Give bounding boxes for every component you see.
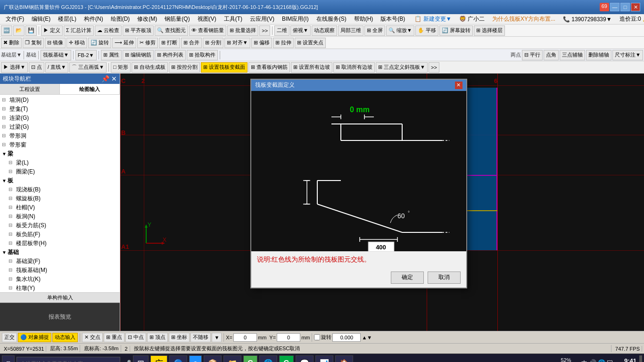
tree-item-3[interactable]: ⊟过梁(G) — [1, 123, 119, 132]
tb-pan[interactable]: ✋ 平移 — [415, 25, 438, 36]
sidebar-footer[interactable]: 单构件输入 — [0, 292, 120, 303]
tb-setpoint[interactable]: ⊞ 设置夹点 — [295, 38, 326, 48]
snap-midpoint[interactable]: ⊞ 重点 — [104, 333, 124, 342]
tb-new[interactable]: 🆕 — [1, 25, 12, 36]
snap-center[interactable]: ⊡ 中点 — [125, 333, 146, 342]
tb-view-slab-rebar[interactable]: ⊞ 查看板内钢筋 — [248, 62, 290, 73]
canvas-area[interactable]: C 2 B A A1 5 6 Y X — [120, 74, 644, 331]
tree-item-18[interactable]: ⊟基础梁(F) — [1, 257, 119, 266]
tb-more[interactable]: >> — [259, 25, 270, 36]
tb-del-aux[interactable]: 删除辅轴 — [586, 50, 611, 60]
menu-version[interactable]: 版本号(B) — [377, 14, 409, 24]
rotate-input[interactable] — [332, 333, 361, 342]
tb-split-ctrl[interactable]: ⊞ 按控分割 — [169, 62, 200, 73]
tb-select[interactable]: ▶ 选择▼ — [1, 62, 28, 73]
menu-online[interactable]: 在线服务(S) — [313, 14, 350, 24]
modal-close-button[interactable]: ✕ — [455, 82, 462, 89]
menu-bim[interactable]: BIM应用(I) — [278, 14, 313, 24]
tb-top-view[interactable]: 俯视▼ — [290, 25, 311, 36]
minimize-button[interactable]: — — [610, 3, 619, 11]
taskbar-app-2[interactable]: 广 — [150, 355, 167, 362]
rotate-checkbox[interactable] — [314, 334, 320, 340]
taskbar-app-1[interactable]: ⊞ — [133, 355, 149, 362]
tree-item-4[interactable]: ⊟带形洞 — [1, 132, 119, 140]
snap-vertex[interactable]: ⊞ 顶点 — [147, 333, 168, 342]
tab-drawing-input[interactable]: 绘图输入 — [60, 84, 120, 94]
taskbar-app-5[interactable]: 📦 — [204, 355, 222, 362]
start-button[interactable]: ⊞ — [2, 355, 15, 362]
snap-more-arrow[interactable]: ▼ — [212, 333, 222, 342]
tb-view-rebar[interactable]: 👁 查看钢筋量 — [189, 25, 226, 36]
snap-object[interactable]: 🔵 对象捕捉 — [18, 333, 51, 342]
menu-component[interactable]: 构件(N) — [80, 14, 107, 24]
tb-cancel-slope[interactable]: ⊞ 取消所有边坡 — [333, 62, 375, 73]
clock[interactable]: 9:41 2017/6/26 — [616, 357, 637, 362]
tb-level-top[interactable]: ⊞ 平齐板顶 — [123, 25, 154, 36]
menu-guangxiao[interactable]: 🦁 广小二 — [455, 14, 488, 24]
tree-item-15[interactable]: ⊟板负筋(F) — [1, 230, 119, 239]
tb-dynamic[interactable]: 动态观察 — [312, 25, 337, 36]
tb-copy[interactable]: ❐ 复制 — [23, 38, 44, 48]
tb-fullscreen[interactable]: ⊞ 全屏 — [364, 25, 385, 36]
tree-item-2[interactable]: ⊟连梁(G) — [1, 114, 119, 123]
tb-mirror[interactable]: ⊟ 镜像 — [45, 38, 66, 48]
tb-split[interactable]: ⊞ 分割 — [203, 38, 223, 48]
taskbar-app-9[interactable]: G — [279, 355, 293, 362]
tb-arc[interactable]: ⌒ 三点画弧▼ — [69, 62, 107, 73]
tree-item-19[interactable]: ⊟筏板基础(M) — [1, 266, 119, 275]
snap-coord[interactable]: ⊞ 坐标 — [169, 333, 190, 342]
tree-item-5[interactable]: ⊟带形窗 — [1, 140, 119, 149]
menu-help[interactable]: 帮助(H) — [350, 14, 377, 24]
tb-trim[interactable]: ✂ 修剪 — [137, 38, 158, 48]
taskbar-app-4[interactable]: e — [189, 355, 202, 362]
tb-cloud-check[interactable]: ☁ 云检查 — [95, 25, 122, 36]
tree-item-13[interactable]: ⊟板洞(N) — [1, 212, 119, 221]
taskbar-app-11[interactable]: 📊 — [315, 355, 333, 362]
maximize-button[interactable]: □ — [620, 3, 630, 11]
menu-tools[interactable]: 工具(T) — [220, 14, 246, 24]
tb-3pt-slope[interactable]: ⊞ 三点定义斜筏板▼ — [376, 62, 428, 73]
tb-line[interactable]: / 直线▼ — [45, 62, 68, 73]
menu-draw[interactable]: 绘图(D) — [107, 14, 134, 24]
snap-intersection[interactable]: ✕ 交点 — [82, 333, 103, 342]
taskbar-app-8[interactable]: 🌐 — [259, 355, 277, 362]
modal-cancel-button[interactable]: 取消 — [428, 272, 461, 284]
tree-item-14[interactable]: ⊟板受力筋(S) — [1, 221, 119, 230]
tb-point-angle[interactable]: 点角 — [544, 50, 559, 60]
taskbar-app-10[interactable]: 💬 — [296, 355, 314, 362]
y-input[interactable] — [277, 333, 300, 342]
snap-nomove[interactable]: 不随移 — [190, 333, 211, 342]
tb-delete[interactable]: ✖ 删除 — [1, 38, 22, 48]
tb-find-elem[interactable]: 🔍 查找图元 — [155, 25, 188, 36]
menu-price[interactable]: 造价豆:0 🔔 — [616, 14, 644, 24]
tb-3point-aux[interactable]: 三点辅轴 — [560, 50, 585, 60]
snap-dynamic[interactable]: 动态输入 — [52, 333, 78, 342]
tb-align[interactable]: ⊞ 对齐▼ — [224, 38, 250, 48]
taskbar-app-3[interactable]: 🔵 — [169, 355, 187, 362]
tb-batch-sel[interactable]: ⊞ 批量选择 — [227, 25, 258, 36]
show-desktop-button[interactable] — [639, 355, 642, 362]
menu-rebar[interactable]: 钢筋量(Q) — [161, 14, 193, 24]
taskbar-app-6[interactable]: 📁 — [223, 355, 241, 362]
tree-item-12[interactable]: ⊟柱帽(V) — [1, 203, 119, 212]
tb-rect[interactable]: □ 矩形 — [111, 62, 131, 73]
tree-item-8[interactable]: ⊟圈梁(E) — [1, 167, 119, 176]
sidebar-preview[interactable]: 报表预览 — [0, 303, 120, 331]
taskbar-app-7[interactable]: G — [243, 355, 257, 362]
tb-extend[interactable]: ⟶ 延伸 — [112, 38, 136, 48]
tb-break[interactable]: ⊞ 打断 — [159, 38, 180, 48]
tb-offset[interactable]: ⊞ 偏移 — [251, 38, 272, 48]
tree-item-0[interactable]: ⊟墙洞(D) — [1, 96, 119, 105]
modal-ok-button[interactable]: 确定 — [391, 272, 424, 284]
tree-item-20[interactable]: ⊟集水坑(K) — [1, 275, 119, 284]
rotate-arrows[interactable]: ▲▼ — [362, 335, 372, 340]
tb-local-3d[interactable]: 局部三维 — [338, 25, 363, 36]
tb-property[interactable]: ⊞ 属性 — [101, 50, 122, 60]
tb-save[interactable]: 💾 — [25, 25, 37, 36]
tb-merge[interactable]: ⊞ 合并 — [181, 38, 202, 48]
tb-comp-list[interactable]: ⊞ 构件列表 — [155, 50, 186, 60]
x-input[interactable] — [233, 333, 257, 342]
menu-modify[interactable]: 修改(M) — [133, 14, 161, 24]
tb-edit-rebar[interactable]: ⊞ 编辑钢筋 — [123, 50, 154, 60]
tree-item-1[interactable]: ⊟壁龛(T) — [1, 105, 119, 114]
